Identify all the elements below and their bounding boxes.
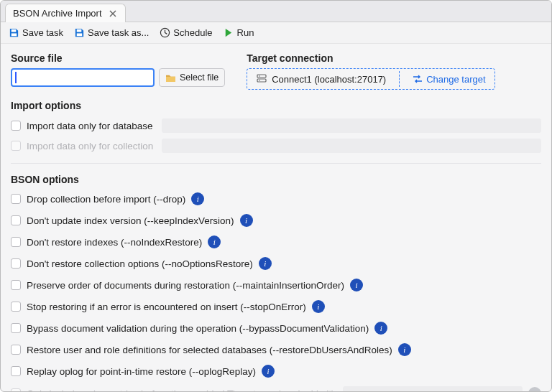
no-index-restore-checkbox[interactable]: [11, 237, 21, 247]
info-icon[interactable]: i: [240, 214, 253, 227]
bypass-document-validation-checkbox[interactable]: [11, 323, 21, 333]
restore-db-users-and-roles-row: Restore user and role definitions for se…: [11, 340, 541, 359]
save-task-as-button[interactable]: Save task as...: [73, 27, 149, 39]
target-connection-block: Target connection Connect1 (localhost:27…: [247, 52, 494, 90]
import-db-label: Import data only for database: [27, 121, 153, 131]
info-icon[interactable]: i: [208, 235, 221, 248]
save-task-label: Save task: [22, 27, 63, 38]
import-options-heading: Import options: [11, 100, 541, 111]
info-icon[interactable]: i: [191, 192, 204, 205]
run-button[interactable]: Run: [223, 27, 254, 39]
maintain-insertion-order-label: Preserve order of documents during resto…: [27, 280, 344, 291]
change-target-button[interactable]: Change target: [407, 74, 491, 85]
info-icon[interactable]: i: [312, 300, 325, 313]
import-collection-label: Import data only for collection: [27, 141, 153, 151]
svg-rect-2: [76, 29, 81, 32]
bson-options-list: Drop collection before import (--drop) i…: [11, 190, 541, 391]
import-db-input[interactable]: [162, 118, 541, 133]
bypass-document-validation-label: Bypass document validation during the op…: [27, 323, 369, 334]
import-collection-checkbox: [11, 141, 21, 151]
restore-db-users-and-roles-checkbox[interactable]: [11, 345, 21, 355]
svg-rect-1: [11, 33, 17, 36]
text-cursor: [15, 72, 17, 83]
source-file-input[interactable]: [11, 68, 155, 87]
oplog-limit-checkbox: [11, 388, 21, 391]
info-icon[interactable]: i: [259, 257, 272, 270]
import-db-row: Import data only for database: [11, 116, 541, 136]
keep-index-version-row: Don't update index version (--keepIndexV…: [11, 211, 541, 230]
keep-index-version-label: Don't update index version (--keepIndexV…: [27, 215, 234, 226]
server-icon: [256, 73, 267, 85]
schedule-button[interactable]: Schedule: [159, 27, 212, 39]
swap-icon: [413, 75, 423, 83]
target-divider: [399, 71, 400, 87]
save-task-as-label: Save task as...: [88, 27, 149, 38]
bypass-document-validation-row: Bypass document validation during the op…: [11, 319, 541, 337]
no-options-restore-checkbox[interactable]: [11, 258, 21, 269]
svg-rect-3: [76, 33, 82, 36]
top-row: Source file Select file Target connectio…: [11, 52, 541, 90]
clock-icon: [159, 27, 170, 39]
stop-on-error-checkbox[interactable]: [11, 302, 21, 312]
info-icon[interactable]: i: [374, 322, 387, 335]
svg-point-7: [259, 75, 260, 77]
drop-checkbox[interactable]: [11, 194, 21, 204]
play-icon: [223, 27, 234, 39]
keep-index-version-checkbox[interactable]: [11, 215, 21, 225]
run-label: Run: [237, 27, 254, 38]
info-icon[interactable]: i: [398, 343, 411, 356]
content-area: Source file Select file Target connectio…: [1, 44, 551, 391]
bson-options-heading: BSON options: [11, 174, 541, 185]
stop-on-error-row: Stop restoring if an error is encountere…: [11, 297, 541, 316]
no-options-restore-label: Don't restore collection options (--noOp…: [27, 258, 253, 269]
maintain-insertion-order-row: Preserve order of documents during resto…: [11, 276, 541, 294]
import-collection-input: [162, 139, 541, 153]
info-icon[interactable]: i: [350, 279, 363, 291]
oplog-replay-row: Replay oplog for point-in-time restore (…: [11, 362, 541, 381]
close-icon[interactable]: [108, 9, 118, 19]
no-index-restore-row: Don't restore indexes (--noIndexRestore)…: [11, 233, 541, 251]
no-options-restore-row: Don't restore collection options (--noOp…: [11, 254, 541, 273]
target-connection-text: Connect1 (localhost:27017): [272, 74, 386, 85]
import-db-checkbox[interactable]: [11, 121, 21, 131]
schedule-label: Schedule: [173, 27, 212, 38]
oplog-limit-row: Only include oplog entries before the pr…: [11, 383, 541, 391]
restore-db-users-and-roles-label: Restore user and role definitions for se…: [27, 345, 392, 355]
oplog-replay-checkbox[interactable]: [11, 366, 21, 376]
save-task-button[interactable]: Save task: [8, 27, 63, 39]
target-connection-label: Target connection: [247, 52, 494, 64]
svg-point-8: [259, 80, 260, 81]
target-connection-box: Connect1 (localhost:27017) Change target: [247, 68, 494, 90]
tab-title: BSON Archive Import: [13, 8, 102, 19]
target-connection-value: Connect1 (localhost:27017): [250, 73, 392, 85]
maintain-insertion-order-checkbox[interactable]: [11, 280, 21, 290]
info-icon[interactable]: i: [262, 365, 275, 378]
select-file-label: Select file: [180, 73, 218, 83]
oplog-limit-input: [343, 386, 523, 391]
svg-rect-6: [257, 79, 266, 82]
drop-label: Drop collection before import (--drop): [27, 194, 185, 205]
save-icon: [8, 27, 19, 39]
no-index-restore-label: Don't restore indexes (--noIndexRestore): [27, 237, 202, 248]
folder-icon: [165, 73, 176, 83]
info-icon: i: [528, 387, 541, 391]
tab-bson-archive-import[interactable]: BSON Archive Import: [5, 4, 126, 22]
select-file-button[interactable]: Select file: [159, 68, 225, 87]
source-file-label: Source file: [11, 52, 225, 64]
app-window: BSON Archive Import Save task Save task …: [0, 0, 552, 392]
section-divider: [11, 163, 541, 164]
svg-rect-5: [257, 75, 266, 78]
save-as-icon: [73, 27, 85, 39]
drop-row: Drop collection before import (--drop) i: [11, 190, 541, 208]
svg-rect-0: [11, 29, 16, 32]
source-file-block: Source file Select file: [11, 52, 225, 90]
stop-on-error-label: Stop restoring if an error is encountere…: [27, 302, 306, 312]
toolbar: Save task Save task as... Schedule Run: [1, 22, 551, 44]
import-collection-row: Import data only for collection: [11, 136, 541, 156]
change-target-label: Change target: [426, 74, 485, 85]
tab-bar: BSON Archive Import: [1, 1, 551, 22]
oplog-replay-label: Replay oplog for point-in-time restore (…: [27, 366, 256, 377]
oplog-limit-label: Only include oplog entries before the pr…: [27, 388, 334, 392]
